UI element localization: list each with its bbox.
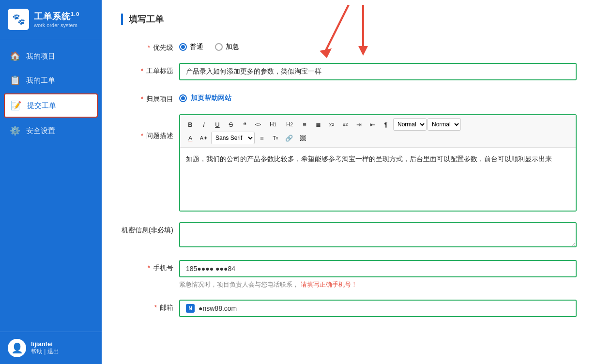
indent-right-button[interactable]: ⇥ bbox=[352, 118, 365, 131]
affiliation-row: 加页帮助网站 bbox=[179, 91, 577, 103]
priority-row: * 优先级 普通 加急 bbox=[121, 40, 577, 52]
toolbar-rows: B I U S ❝ <> H1 H2 ≡ ≣ x2 x2 ⇥ bbox=[184, 118, 572, 144]
list-icon: 📋 bbox=[10, 75, 20, 86]
secret-row: 机密信息(非必填) bbox=[121, 222, 577, 249]
home-icon: 🏠 bbox=[10, 51, 20, 61]
image-button[interactable]: 🖼 bbox=[296, 132, 309, 144]
secret-input[interactable] bbox=[179, 222, 577, 247]
sidebar-item-security-settings[interactable]: ⚙️ 安全设置 bbox=[0, 119, 102, 143]
description-editor-body[interactable]: 如题，我们的公司的产品参数比较多，希望能够参考淘宝一样的呈现方式，后台里面可以配… bbox=[180, 148, 576, 211]
description-label: * 问题描述 bbox=[121, 114, 179, 140]
secret-wrapper bbox=[179, 222, 577, 249]
link-button[interactable]: 🔗 bbox=[283, 132, 295, 144]
logo-subtitle: work order system bbox=[34, 22, 79, 28]
radio-urgent-dot bbox=[215, 43, 223, 51]
h1-button[interactable]: H1 bbox=[265, 118, 281, 131]
footer-username: lijianfei bbox=[31, 340, 59, 348]
radio-normal-dot bbox=[179, 43, 187, 51]
priority-normal[interactable]: 普通 bbox=[179, 43, 203, 51]
project-wrapper: 加页帮助网站 bbox=[179, 91, 577, 103]
project-label: * 归属项目 bbox=[121, 91, 179, 104]
logo-text: 工单系统1.0 work order system bbox=[34, 11, 79, 28]
email-label: * 邮箱 bbox=[121, 300, 179, 312]
email-row: * 邮箱 N bbox=[121, 300, 577, 317]
description-row: * 问题描述 B I U S ❝ <> H1 H2 bbox=[121, 114, 577, 212]
highlight-button[interactable]: A✦ bbox=[198, 132, 210, 144]
priority-wrapper: 普通 加急 bbox=[179, 40, 577, 51]
sidebar-item-label: 提交工单 bbox=[27, 101, 56, 110]
email-favicon-icon: N bbox=[186, 304, 195, 313]
font-size-select[interactable]: Normal bbox=[428, 118, 461, 131]
phone-input[interactable] bbox=[179, 260, 577, 277]
sidebar-item-submit-workorder[interactable]: 📝 提交工单 bbox=[4, 93, 98, 118]
toolbar-row1: B I U S ❝ <> H1 H2 ≡ ≣ x2 x2 ⇥ bbox=[184, 118, 572, 131]
font-style-select[interactable]: Normal bbox=[393, 118, 427, 131]
align-justify-button[interactable]: ≡ bbox=[256, 132, 268, 144]
sidebar-item-label: 我的项目 bbox=[26, 52, 55, 61]
rich-editor: B I U S ❝ <> H1 H2 ≡ ≣ x2 x2 ⇥ bbox=[179, 114, 577, 212]
footer-links: 帮助 | 退出 bbox=[31, 348, 59, 356]
secret-label: 机密信息(非必填) bbox=[121, 222, 179, 235]
email-input[interactable] bbox=[199, 303, 570, 314]
email-wrapper: N bbox=[179, 300, 577, 317]
priority-label: * 优先级 bbox=[121, 40, 179, 52]
sidebar-item-label: 安全设置 bbox=[26, 126, 55, 136]
code-button[interactable]: <> bbox=[252, 118, 264, 131]
edit-icon: 📝 bbox=[11, 100, 21, 111]
font-family-select[interactable]: Sans Serif bbox=[211, 132, 255, 144]
logo-title: 工单系统1.0 bbox=[34, 11, 79, 22]
superscript-button[interactable]: x2 bbox=[339, 118, 351, 131]
toolbar-row2: A A✦ Sans Serif ≡ Tx 🔗 🖼 bbox=[184, 132, 572, 144]
logo-icon: 🐾 bbox=[8, 9, 29, 30]
footer-info: lijianfei 帮助 | 退出 bbox=[31, 340, 59, 356]
affiliation-name: 加页帮助网站 bbox=[191, 94, 231, 103]
phone-wrapper: 紧急情况时，项目负责人会与您电话联系， 请填写正确手机号！ bbox=[179, 260, 577, 289]
avatar: 👤 bbox=[8, 339, 26, 357]
help-link[interactable]: 帮助 bbox=[31, 348, 43, 355]
email-input-wrapper[interactable]: N bbox=[179, 300, 577, 317]
font-color-button[interactable]: A bbox=[184, 132, 197, 144]
bold-button[interactable]: B bbox=[184, 118, 197, 131]
phone-label: * 手机号 bbox=[121, 260, 179, 273]
logout-link[interactable]: 退出 bbox=[47, 348, 59, 355]
subject-label: * 工单标题 bbox=[121, 63, 179, 76]
subject-input[interactable] bbox=[179, 63, 577, 80]
subject-row: * 工单标题 bbox=[121, 63, 577, 80]
editor-toolbar: B I U S ❝ <> H1 H2 ≡ ≣ x2 x2 ⇥ bbox=[180, 115, 576, 148]
phone-warning: 紧急情况时，项目负责人会与您电话联系， 请填写正确手机号！ bbox=[179, 280, 577, 289]
priority-radio-group: 普通 加急 bbox=[179, 40, 577, 51]
priority-urgent[interactable]: 加急 bbox=[215, 43, 239, 51]
underline-button[interactable]: U bbox=[211, 118, 224, 131]
gear-icon: ⚙️ bbox=[10, 125, 20, 136]
italic-button[interactable]: I bbox=[198, 118, 210, 131]
sidebar: 🐾 工单系统1.0 work order system 🏠 我的项目 📋 我的工… bbox=[0, 0, 102, 364]
strikethrough-button[interactable]: S bbox=[225, 118, 237, 131]
sidebar-item-label: 我的工单 bbox=[26, 76, 55, 85]
h2-button[interactable]: H2 bbox=[282, 118, 297, 131]
project-row: * 归属项目 加页帮助网站 bbox=[121, 91, 577, 104]
phone-row: * 手机号 紧急情况时，项目负责人会与您电话联系， 请填写正确手机号！ bbox=[121, 260, 577, 289]
phone-warning-link: 请填写正确手机号！ bbox=[301, 281, 357, 288]
sidebar-logo: 🐾 工单系统1.0 work order system bbox=[0, 0, 102, 39]
sidebar-item-my-workorders[interactable]: 📋 我的工单 bbox=[0, 68, 102, 92]
page-title: 填写工单 bbox=[121, 14, 577, 25]
ordered-list-button[interactable]: ≡ bbox=[298, 118, 311, 131]
subscript-button[interactable]: x2 bbox=[325, 118, 338, 131]
affiliation-radio-dot bbox=[179, 94, 187, 102]
sidebar-nav: 🏠 我的项目 📋 我的工单 📝 提交工单 ⚙️ 安全设置 bbox=[0, 39, 102, 332]
subject-wrapper bbox=[179, 63, 577, 80]
clear-format-button[interactable]: Tx bbox=[269, 132, 282, 144]
sidebar-footer: 👤 lijianfei 帮助 | 退出 bbox=[0, 332, 102, 364]
indent-left-button[interactable]: ⇤ bbox=[366, 118, 379, 131]
rtl-button[interactable]: ¶ bbox=[380, 118, 392, 131]
sidebar-item-my-projects[interactable]: 🏠 我的项目 bbox=[0, 44, 102, 68]
unordered-list-button[interactable]: ≣ bbox=[312, 118, 324, 131]
description-wrapper: B I U S ❝ <> H1 H2 ≡ ≣ x2 x2 ⇥ bbox=[179, 114, 577, 212]
blockquote-button[interactable]: ❝ bbox=[238, 118, 251, 131]
main-content: 填写工单 * 优先级 普通 加急 bbox=[102, 0, 596, 364]
